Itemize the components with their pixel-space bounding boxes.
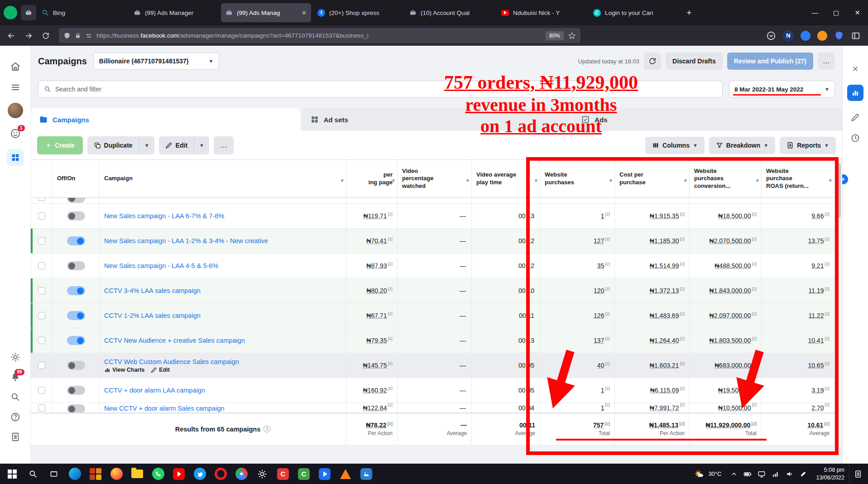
- sort-caret-icon[interactable]: ▾: [534, 177, 537, 184]
- display-icon[interactable]: [758, 470, 766, 478]
- browser-tab-youtube[interactable]: Ndubuisi Nick - Y: [497, 3, 587, 22]
- minimize-button[interactable]: —: [804, 0, 825, 25]
- firefox-icon[interactable]: [106, 464, 127, 484]
- campaign-name-link[interactable]: New Sales campaign - LAA 6-7% & 7-8%: [104, 212, 224, 220]
- refresh-button[interactable]: [644, 53, 661, 70]
- notifications-bell-icon[interactable]: 99: [10, 372, 20, 382]
- row-checkbox[interactable]: [38, 212, 45, 220]
- search-input[interactable]: Search and filter: [38, 81, 723, 98]
- campaign-name-link[interactable]: New CCTV + door alarm Sales campaign: [104, 405, 225, 412]
- bookmark-star-icon[interactable]: [568, 32, 576, 40]
- action-center-icon[interactable]: [849, 464, 866, 484]
- pen-icon[interactable]: [800, 470, 807, 478]
- row-checkbox[interactable]: [38, 362, 45, 369]
- zoom-level-badge[interactable]: 80%: [546, 31, 564, 40]
- column-header-video-percentage[interactable]: Videopercentagewatched▾: [398, 160, 472, 197]
- sidebar-toggle-icon[interactable]: [851, 31, 861, 41]
- info-icon[interactable]: i: [264, 426, 270, 432]
- weather-widget[interactable]: 30°C: [689, 469, 726, 479]
- home-icon[interactable]: [10, 61, 21, 72]
- edit-button[interactable]: Edit: [159, 136, 194, 154]
- hidden-icons-chevron[interactable]: [730, 470, 738, 478]
- volume-icon[interactable]: [786, 470, 794, 478]
- twitter-icon[interactable]: [189, 464, 210, 484]
- date-range-selector[interactable]: 8 Mar 2022-31 May 2022 ▼: [729, 81, 835, 98]
- sort-caret-icon[interactable]: ▾: [684, 177, 687, 184]
- campaign-toggle[interactable]: [67, 286, 85, 295]
- ad-account-selector[interactable]: Billionaire (467710791481537) ▼: [93, 53, 220, 70]
- duplicate-button[interactable]: Duplicate: [87, 136, 139, 154]
- tab-ads[interactable]: Ads: [573, 108, 842, 131]
- column-header-cost-per-landing-page[interactable]: pering page▾: [346, 160, 398, 197]
- review-and-publish-button[interactable]: Review and Publish (27): [727, 53, 813, 70]
- discard-drafts-button[interactable]: Discard Drafts: [666, 53, 723, 70]
- campaign-toggle[interactable]: [67, 404, 85, 413]
- url-bar[interactable]: https://business.facebook.com/adsmanager…: [59, 28, 580, 43]
- row-checkbox[interactable]: [38, 404, 45, 412]
- docs-icon[interactable]: [10, 432, 20, 442]
- browser-tab-shop[interactable]: f (20+) Shop xpress: [313, 3, 403, 22]
- vertical-scrollbar[interactable]: [835, 160, 842, 445]
- sort-caret-icon[interactable]: ▾: [756, 177, 759, 184]
- campaign-name-link[interactable]: CCTV + door alarm LAA campaign: [104, 387, 205, 394]
- tracking-shield-icon[interactable]: [63, 32, 71, 39]
- browser-tab-canva[interactable]: C Login to your Can: [589, 3, 679, 22]
- new-tab-button[interactable]: [681, 5, 697, 20]
- column-header-video-play-time[interactable]: Video averageplay time▾: [472, 160, 540, 197]
- ads-manager-app-icon[interactable]: [7, 149, 24, 166]
- campaign-toggle[interactable]: [67, 211, 85, 220]
- browser-tab-ads-manager-1[interactable]: (99) Ads Manager: [129, 3, 219, 22]
- tab-campaigns[interactable]: Campaigns: [31, 108, 300, 131]
- column-header-off-on[interactable]: Off/On: [53, 160, 100, 197]
- campaign-name-link[interactable]: CCTV 1-2% LAA sales campaign: [104, 312, 201, 319]
- row-checkbox[interactable]: [38, 237, 45, 244]
- office-icon[interactable]: [85, 464, 106, 484]
- duplicate-caret[interactable]: ▼: [139, 136, 154, 154]
- whatsapp-icon[interactable]: [148, 464, 168, 484]
- app-icon-green-c[interactable]: C: [293, 464, 314, 484]
- campaign-toggle[interactable]: [67, 386, 85, 395]
- scrollbar-thumb[interactable]: [837, 163, 841, 218]
- account-smiley-icon[interactable]: 1: [10, 128, 21, 139]
- column-header-conversion-value[interactable]: Websitepurchasesconversion...▾: [690, 160, 762, 197]
- pinned-tab[interactable]: [21, 5, 36, 20]
- campaign-toggle[interactable]: [67, 361, 85, 370]
- more-options-button[interactable]: …: [818, 53, 835, 70]
- row-checkbox[interactable]: [38, 312, 45, 319]
- edit-pencil-icon[interactable]: [851, 113, 860, 122]
- edit-link[interactable]: Edit: [151, 367, 170, 373]
- campaign-name-link[interactable]: New Sales campaign - LAA 1-2% & 3-4% - N…: [104, 237, 268, 244]
- sort-caret-icon[interactable]: ▾: [829, 177, 832, 184]
- browser-tab-bing[interactable]: Bing: [37, 3, 127, 22]
- chrome-icon[interactable]: [231, 464, 252, 484]
- campaign-name-link[interactable]: CCTV New Audience + creative Sales campa…: [104, 337, 245, 344]
- menu-icon[interactable]: [10, 82, 21, 93]
- sort-caret-icon[interactable]: ▾: [392, 177, 395, 184]
- movies-app-icon[interactable]: [314, 464, 335, 484]
- column-header-roas[interactable]: WebsitepurchaseROAS (return...▾: [762, 160, 834, 197]
- settings-gear-icon[interactable]: [10, 352, 20, 362]
- extension-icon-orange[interactable]: [817, 31, 827, 41]
- browser-tab-account-quality[interactable]: (10) Account Qual: [405, 3, 495, 22]
- reload-button[interactable]: [38, 29, 53, 43]
- columns-button[interactable]: Columns▼: [645, 137, 705, 154]
- close-button[interactable]: ✕: [847, 0, 868, 25]
- youtube-icon[interactable]: [168, 464, 189, 484]
- search-icon[interactable]: [10, 392, 20, 402]
- campaign-toggle[interactable]: [67, 236, 85, 245]
- sort-caret-icon[interactable]: ▾: [609, 177, 612, 184]
- column-header-cost-per-purchase[interactable]: Cost perpurchase▾: [615, 160, 690, 197]
- create-button[interactable]: Create: [37, 136, 83, 154]
- reports-button[interactable]: Reports▼: [780, 137, 836, 154]
- campaign-name-link[interactable]: New Sales campaign - LAA 4-5 & 5-6%: [104, 262, 218, 269]
- app-icon-red-c[interactable]: C: [273, 464, 293, 484]
- campaign-toggle[interactable]: [67, 336, 85, 345]
- campaign-toggle[interactable]: [67, 261, 85, 270]
- row-checkbox[interactable]: [38, 262, 45, 269]
- tab-close-icon[interactable]: ✕: [302, 10, 307, 16]
- taskbar-search-icon[interactable]: [23, 464, 43, 484]
- network-signal-icon[interactable]: [772, 470, 780, 478]
- settings-icon[interactable]: [252, 464, 273, 484]
- column-header-campaign[interactable]: Campaign▾: [100, 160, 346, 197]
- photos-app-icon[interactable]: [356, 464, 377, 484]
